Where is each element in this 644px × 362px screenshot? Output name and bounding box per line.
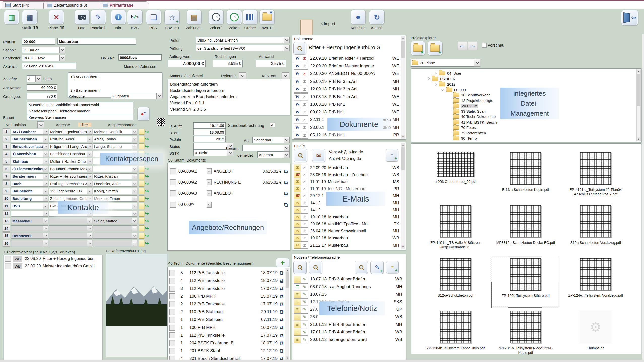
- zip-archive-icon[interactable]: Z: [301, 124, 308, 131]
- copy-document-icon[interactable]: ⧉: [280, 317, 283, 322]
- chevron-down-icon[interactable]: [43, 129, 48, 135]
- checkbox[interactable]: [169, 317, 175, 323]
- checkbox[interactable]: [5, 263, 11, 269]
- email-row[interactable]: ✉ Z 29.06.18 testING Tpoffice - Mu TK: [293, 220, 400, 227]
- zip-archive-icon[interactable]: Z: [301, 234, 308, 242]
- scroll-down-icon[interactable]: ▼: [401, 245, 405, 249]
- toolbar-item-bvs[interactable]: b√s BVS: [125, 10, 144, 30]
- file-item[interactable]: ZP-1204b Teilsystem Kappe links.pdf: [421, 310, 490, 360]
- contact-row[interactable]: 9 Baubehelfe 123 Ingenieure KG König, St…: [3, 188, 166, 194]
- note-icon[interactable]: [139, 195, 144, 202]
- chevron-down-icon[interactable]: [43, 151, 48, 157]
- kaufm-row[interactable]: 00-000/A3 ANGEBOT ⧉: [168, 188, 290, 199]
- chevron-down-icon[interactable]: [132, 240, 137, 246]
- document-search-icon[interactable]: [293, 42, 306, 55]
- chevron-down-icon[interactable]: [43, 218, 48, 224]
- expander-icon[interactable]: [448, 137, 451, 140]
- chevron-down-icon[interactable]: [87, 233, 92, 239]
- sachb-select[interactable]: D. Bauer: [22, 47, 65, 53]
- kaufm-row[interactable]: 00-000/A1 ANGEBOT 3.615,02 € ⧉: [168, 166, 290, 177]
- copy-document-icon[interactable]: ⧉: [280, 325, 283, 330]
- word-document-icon[interactable]: W: [294, 93, 301, 100]
- techn-row[interactable]: 5 112 PrB Tankstelle 18.07.19 ⧉: [168, 269, 285, 277]
- chevron-down-icon[interactable]: [43, 166, 48, 172]
- copy-document-icon[interactable]: ⧉: [284, 169, 288, 174]
- tree-item[interactable]: 70 Fotos: [411, 125, 641, 130]
- toolbar-item-protokoll[interactable]: ✎ Protokoll.: [89, 10, 108, 30]
- techn-row[interactable]: 3 112 PrB Tankstelle 17.07.19 ⧉: [168, 285, 285, 292]
- pencil-icon[interactable]: ✎: [301, 306, 308, 313]
- tree-item[interactable]: PRÜFEN: [411, 76, 641, 82]
- pencil-icon[interactable]: ✎: [301, 291, 308, 298]
- word-document-icon[interactable]: W: [294, 63, 301, 70]
- folder-open-icon[interactable]: ✕: [411, 41, 425, 55]
- chevron-down-icon[interactable]: [87, 143, 92, 149]
- chevron-down-icon[interactable]: [59, 47, 65, 53]
- toolbar-item-ordner[interactable]: Ordner: [241, 10, 260, 30]
- vorschau-checkbox[interactable]: [482, 43, 487, 48]
- checkbox[interactable]: [169, 278, 175, 284]
- pencil-icon[interactable]: ✎: [301, 329, 308, 336]
- file-item[interactable]: S12a Schutzbeton Vorabzug.pdf: [561, 204, 630, 255]
- kurztext-dropdown[interactable]: [282, 72, 289, 79]
- dokument-row[interactable]: W Z 05.12.16 PrB Nr 1 PR: [293, 131, 400, 139]
- chevron-down-icon[interactable]: [87, 129, 92, 135]
- nav-back-button[interactable]: <=: [458, 42, 467, 50]
- chevron-down-icon[interactable]: [227, 149, 233, 156]
- rechnungen-field[interactable]: 3.615 €: [213, 60, 243, 67]
- contact-row[interactable]: 3 Entwurfsverfasse Krüger und Lange Arc …: [3, 143, 166, 150]
- toolbar-item-kontakte[interactable]: ☻ Kontakte: [349, 10, 368, 30]
- file-item[interactable]: ZP-120b Teilsystem Stütze.pdf: [491, 257, 560, 308]
- goto-contact-icon[interactable]: ↪: [145, 241, 149, 246]
- bauort-field[interactable]: Kiesweg, Steinhausen: [27, 114, 133, 120]
- pruefnr-field[interactable]: 00-000: [22, 38, 55, 45]
- note-icon[interactable]: ☰: [294, 298, 301, 305]
- chevron-down-icon[interactable]: [132, 188, 137, 194]
- chevron-down-icon[interactable]: [87, 218, 92, 224]
- pencil-icon[interactable]: ✎: [301, 321, 308, 328]
- tree-item[interactable]: 41 Prb_BSTK_Besch: [411, 119, 641, 125]
- bvsnr-field[interactable]: 00002bvs: [118, 54, 162, 61]
- bstk-select[interactable]: 0. Nein: [193, 149, 233, 156]
- goto-contact-icon[interactable]: ↪: [145, 196, 149, 201]
- chevron-down-icon[interactable]: [87, 188, 92, 194]
- chevron-down-icon[interactable]: [43, 203, 48, 209]
- auftragswert-field[interactable]: 7.000,00 €: [168, 60, 206, 67]
- zip-archive-icon[interactable]: Z: [301, 185, 308, 192]
- scroll-up-icon[interactable]: ▲: [637, 70, 640, 73]
- note-icon[interactable]: [139, 225, 144, 231]
- word-document-icon[interactable]: W: [294, 55, 301, 62]
- envelope-icon[interactable]: ✉: [294, 234, 301, 242]
- goto-contact-icon[interactable]: ↪: [145, 181, 149, 186]
- pencil-icon[interactable]: ✎: [301, 283, 308, 290]
- chevron-down-icon[interactable]: [207, 190, 212, 196]
- new-email-icon[interactable]: ≡+: [386, 149, 398, 162]
- techn-row[interactable]: 1 100 PrB MFH 10.07.19 ⧉: [168, 324, 285, 331]
- notiz-row[interactable]: ☰ ✎ 03.07.18 s.a. Angbot Rundungs MH: [293, 283, 403, 291]
- zip-archive-icon[interactable]: Z: [301, 164, 308, 171]
- toolbar-item-statik[interactable]: ▦ Statik. 19: [20, 10, 39, 30]
- chevron-down-icon[interactable]: [43, 195, 48, 202]
- note-icon[interactable]: ☰: [294, 306, 301, 313]
- projekt-beschreibung-2[interactable]: Geräteschuppen Elektrorasenmäher: [27, 108, 133, 114]
- envelope-icon[interactable]: ✉: [294, 164, 301, 171]
- zip-archive-icon[interactable]: Z: [301, 63, 308, 70]
- copy-document-icon[interactable]: ⧉: [280, 286, 283, 291]
- chevron-down-icon[interactable]: [132, 181, 137, 187]
- file-item[interactable]: S12-a-Schutzbeton.pdf: [421, 257, 490, 308]
- chevron-down-icon[interactable]: [284, 45, 290, 51]
- toolbar-item-exit[interactable]: ⇦: [620, 10, 639, 26]
- chevron-down-icon[interactable]: [43, 188, 48, 194]
- checkbox[interactable]: [169, 332, 175, 338]
- dokument-row[interactable]: W Z 13.03.18 PrB Nr 1 WE: [293, 101, 400, 108]
- checkbox[interactable]: [169, 286, 175, 292]
- schriftverkehr-row[interactable]: WB 22.09.20 Meister Ingenieurbüro GmbH: [4, 262, 102, 270]
- toolbar-item-plaene[interactable]: ✕ Pläne. 19: [47, 10, 66, 30]
- email-search-icon[interactable]: [294, 149, 307, 162]
- aufwand-field[interactable]: 2.575 €: [256, 60, 286, 67]
- tree-item[interactable]: 2012: [411, 82, 641, 87]
- map-pin-icon[interactable]: ●●: [137, 107, 149, 121]
- note-icon[interactable]: ☰: [294, 321, 301, 328]
- word-document-icon[interactable]: W: [294, 70, 301, 77]
- checkbox[interactable]: [169, 270, 175, 276]
